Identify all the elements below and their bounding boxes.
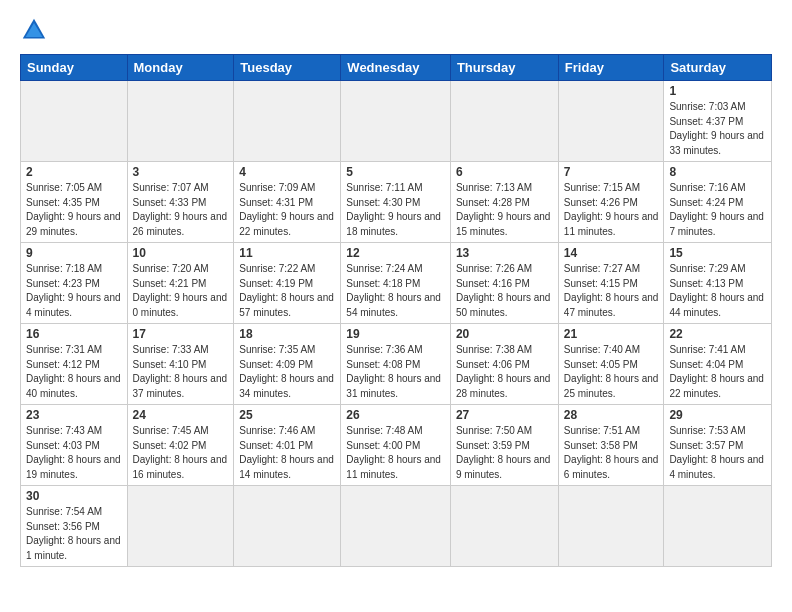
- day-info: Sunrise: 7:13 AM Sunset: 4:28 PM Dayligh…: [456, 181, 553, 239]
- day-info: Sunrise: 7:29 AM Sunset: 4:13 PM Dayligh…: [669, 262, 766, 320]
- day-number: 14: [564, 246, 659, 260]
- calendar-day-header: Thursday: [450, 55, 558, 81]
- day-number: 17: [133, 327, 229, 341]
- calendar-day-cell: 3Sunrise: 7:07 AM Sunset: 4:33 PM Daylig…: [127, 162, 234, 243]
- day-number: 1: [669, 84, 766, 98]
- calendar-day-cell: 19Sunrise: 7:36 AM Sunset: 4:08 PM Dayli…: [341, 324, 451, 405]
- calendar-day-cell: 30Sunrise: 7:54 AM Sunset: 3:56 PM Dayli…: [21, 486, 128, 567]
- calendar-day-cell: [558, 486, 664, 567]
- day-number: 2: [26, 165, 122, 179]
- day-info: Sunrise: 7:22 AM Sunset: 4:19 PM Dayligh…: [239, 262, 335, 320]
- calendar-day-cell: [341, 81, 451, 162]
- calendar-week-row: 23Sunrise: 7:43 AM Sunset: 4:03 PM Dayli…: [21, 405, 772, 486]
- day-number: 26: [346, 408, 445, 422]
- calendar-day-cell: 26Sunrise: 7:48 AM Sunset: 4:00 PM Dayli…: [341, 405, 451, 486]
- calendar-day-cell: 5Sunrise: 7:11 AM Sunset: 4:30 PM Daylig…: [341, 162, 451, 243]
- day-info: Sunrise: 7:38 AM Sunset: 4:06 PM Dayligh…: [456, 343, 553, 401]
- day-info: Sunrise: 7:33 AM Sunset: 4:10 PM Dayligh…: [133, 343, 229, 401]
- day-number: 30: [26, 489, 122, 503]
- calendar-day-cell: [234, 486, 341, 567]
- calendar-day-header: Friday: [558, 55, 664, 81]
- day-info: Sunrise: 7:43 AM Sunset: 4:03 PM Dayligh…: [26, 424, 122, 482]
- day-number: 8: [669, 165, 766, 179]
- day-info: Sunrise: 7:35 AM Sunset: 4:09 PM Dayligh…: [239, 343, 335, 401]
- day-info: Sunrise: 7:36 AM Sunset: 4:08 PM Dayligh…: [346, 343, 445, 401]
- calendar-day-cell: 29Sunrise: 7:53 AM Sunset: 3:57 PM Dayli…: [664, 405, 772, 486]
- day-info: Sunrise: 7:03 AM Sunset: 4:37 PM Dayligh…: [669, 100, 766, 158]
- day-info: Sunrise: 7:48 AM Sunset: 4:00 PM Dayligh…: [346, 424, 445, 482]
- calendar-week-row: 9Sunrise: 7:18 AM Sunset: 4:23 PM Daylig…: [21, 243, 772, 324]
- calendar-day-header: Saturday: [664, 55, 772, 81]
- logo-icon: [20, 16, 48, 44]
- calendar-day-cell: 25Sunrise: 7:46 AM Sunset: 4:01 PM Dayli…: [234, 405, 341, 486]
- day-info: Sunrise: 7:51 AM Sunset: 3:58 PM Dayligh…: [564, 424, 659, 482]
- day-info: Sunrise: 7:26 AM Sunset: 4:16 PM Dayligh…: [456, 262, 553, 320]
- day-number: 3: [133, 165, 229, 179]
- calendar-day-cell: [664, 486, 772, 567]
- calendar-week-row: 2Sunrise: 7:05 AM Sunset: 4:35 PM Daylig…: [21, 162, 772, 243]
- calendar-day-cell: [127, 486, 234, 567]
- calendar-day-cell: 27Sunrise: 7:50 AM Sunset: 3:59 PM Dayli…: [450, 405, 558, 486]
- day-info: Sunrise: 7:27 AM Sunset: 4:15 PM Dayligh…: [564, 262, 659, 320]
- calendar-day-header: Monday: [127, 55, 234, 81]
- calendar-day-cell: [21, 81, 128, 162]
- page: SundayMondayTuesdayWednesdayThursdayFrid…: [0, 0, 792, 612]
- day-number: 10: [133, 246, 229, 260]
- day-info: Sunrise: 7:31 AM Sunset: 4:12 PM Dayligh…: [26, 343, 122, 401]
- calendar-day-header: Wednesday: [341, 55, 451, 81]
- calendar-week-row: 30Sunrise: 7:54 AM Sunset: 3:56 PM Dayli…: [21, 486, 772, 567]
- calendar-day-cell: 4Sunrise: 7:09 AM Sunset: 4:31 PM Daylig…: [234, 162, 341, 243]
- calendar-day-header: Sunday: [21, 55, 128, 81]
- day-number: 11: [239, 246, 335, 260]
- day-number: 20: [456, 327, 553, 341]
- day-info: Sunrise: 7:24 AM Sunset: 4:18 PM Dayligh…: [346, 262, 445, 320]
- calendar-day-cell: 22Sunrise: 7:41 AM Sunset: 4:04 PM Dayli…: [664, 324, 772, 405]
- calendar-table: SundayMondayTuesdayWednesdayThursdayFrid…: [20, 54, 772, 567]
- day-info: Sunrise: 7:09 AM Sunset: 4:31 PM Dayligh…: [239, 181, 335, 239]
- calendar-day-cell: 1Sunrise: 7:03 AM Sunset: 4:37 PM Daylig…: [664, 81, 772, 162]
- day-info: Sunrise: 7:16 AM Sunset: 4:24 PM Dayligh…: [669, 181, 766, 239]
- calendar-day-cell: 8Sunrise: 7:16 AM Sunset: 4:24 PM Daylig…: [664, 162, 772, 243]
- day-number: 27: [456, 408, 553, 422]
- day-number: 21: [564, 327, 659, 341]
- logo: [20, 16, 52, 44]
- day-info: Sunrise: 7:07 AM Sunset: 4:33 PM Dayligh…: [133, 181, 229, 239]
- day-info: Sunrise: 7:46 AM Sunset: 4:01 PM Dayligh…: [239, 424, 335, 482]
- calendar-day-cell: 28Sunrise: 7:51 AM Sunset: 3:58 PM Dayli…: [558, 405, 664, 486]
- calendar-day-header: Tuesday: [234, 55, 341, 81]
- calendar-day-cell: 12Sunrise: 7:24 AM Sunset: 4:18 PM Dayli…: [341, 243, 451, 324]
- calendar-day-cell: 10Sunrise: 7:20 AM Sunset: 4:21 PM Dayli…: [127, 243, 234, 324]
- day-info: Sunrise: 7:50 AM Sunset: 3:59 PM Dayligh…: [456, 424, 553, 482]
- day-number: 12: [346, 246, 445, 260]
- calendar-day-cell: 6Sunrise: 7:13 AM Sunset: 4:28 PM Daylig…: [450, 162, 558, 243]
- calendar-day-cell: 15Sunrise: 7:29 AM Sunset: 4:13 PM Dayli…: [664, 243, 772, 324]
- calendar-day-cell: [341, 486, 451, 567]
- day-number: 9: [26, 246, 122, 260]
- calendar-day-cell: 7Sunrise: 7:15 AM Sunset: 4:26 PM Daylig…: [558, 162, 664, 243]
- day-number: 29: [669, 408, 766, 422]
- calendar-day-cell: [450, 486, 558, 567]
- day-number: 19: [346, 327, 445, 341]
- day-info: Sunrise: 7:15 AM Sunset: 4:26 PM Dayligh…: [564, 181, 659, 239]
- day-info: Sunrise: 7:53 AM Sunset: 3:57 PM Dayligh…: [669, 424, 766, 482]
- day-info: Sunrise: 7:18 AM Sunset: 4:23 PM Dayligh…: [26, 262, 122, 320]
- calendar-day-cell: 9Sunrise: 7:18 AM Sunset: 4:23 PM Daylig…: [21, 243, 128, 324]
- header: [20, 16, 772, 44]
- day-info: Sunrise: 7:11 AM Sunset: 4:30 PM Dayligh…: [346, 181, 445, 239]
- calendar-day-cell: [558, 81, 664, 162]
- calendar-day-cell: 13Sunrise: 7:26 AM Sunset: 4:16 PM Dayli…: [450, 243, 558, 324]
- day-info: Sunrise: 7:20 AM Sunset: 4:21 PM Dayligh…: [133, 262, 229, 320]
- day-info: Sunrise: 7:41 AM Sunset: 4:04 PM Dayligh…: [669, 343, 766, 401]
- calendar-day-cell: 21Sunrise: 7:40 AM Sunset: 4:05 PM Dayli…: [558, 324, 664, 405]
- day-number: 25: [239, 408, 335, 422]
- day-number: 5: [346, 165, 445, 179]
- day-number: 24: [133, 408, 229, 422]
- calendar-week-row: 1Sunrise: 7:03 AM Sunset: 4:37 PM Daylig…: [21, 81, 772, 162]
- calendar-day-cell: 23Sunrise: 7:43 AM Sunset: 4:03 PM Dayli…: [21, 405, 128, 486]
- calendar-header-row: SundayMondayTuesdayWednesdayThursdayFrid…: [21, 55, 772, 81]
- day-number: 22: [669, 327, 766, 341]
- day-number: 6: [456, 165, 553, 179]
- day-number: 13: [456, 246, 553, 260]
- day-number: 4: [239, 165, 335, 179]
- calendar-day-cell: 2Sunrise: 7:05 AM Sunset: 4:35 PM Daylig…: [21, 162, 128, 243]
